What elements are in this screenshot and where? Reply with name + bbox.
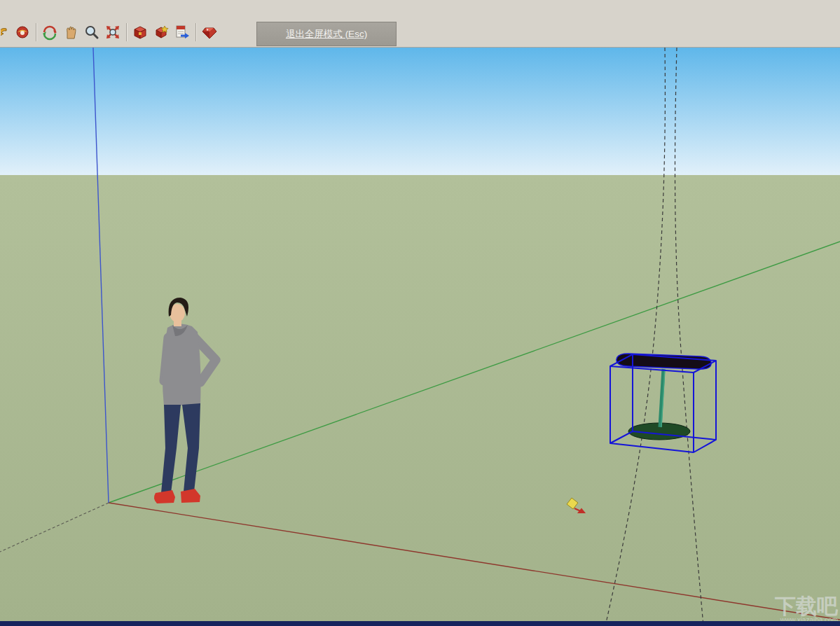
export-button[interactable] — [172, 22, 192, 42]
package-button[interactable] — [130, 22, 150, 42]
zoom-button[interactable] — [82, 22, 102, 42]
gem-icon — [201, 24, 218, 41]
watermark: 下载吧 www.xiazaiba.com — [774, 594, 839, 624]
camera-toolbar: 退出全屏模式 (Esc) — [0, 0, 840, 48]
orbit-button[interactable] — [40, 22, 60, 42]
undo-view-button[interactable] — [1, 22, 11, 42]
pan-icon — [63, 25, 78, 40]
orbit-ball-icon — [15, 25, 30, 40]
export-icon — [174, 24, 191, 41]
viewport-3d[interactable]: 下载吧 www.xiazaiba.com — [0, 0, 840, 626]
exit-fullscreen-label: 退出全屏模式 (Esc) — [286, 28, 367, 41]
undo-icon — [1, 25, 11, 40]
bottom-strip — [0, 621, 840, 626]
zoom-extents-button[interactable] — [103, 22, 123, 42]
watermark-title: 下载吧 — [774, 594, 839, 618]
toolbar-separator — [126, 23, 127, 41]
exit-fullscreen-tooltip[interactable]: 退出全屏模式 (Esc) — [256, 22, 397, 46]
orbit-ball-button[interactable] — [13, 22, 32, 42]
ground — [0, 175, 840, 626]
toolbar-separator — [36, 23, 36, 41]
pan-button[interactable] — [61, 22, 81, 42]
zoom-extents-icon — [104, 24, 121, 41]
orbit-icon — [41, 24, 58, 41]
package-icon — [132, 24, 149, 41]
toolbar-separator — [195, 23, 196, 41]
zoom-icon — [84, 25, 99, 40]
component-icon — [153, 24, 170, 41]
sketchup-window: 下载吧 www.xiazaiba.com — [0, 0, 840, 626]
component-button[interactable] — [151, 22, 171, 42]
gem-button[interactable] — [200, 22, 219, 42]
